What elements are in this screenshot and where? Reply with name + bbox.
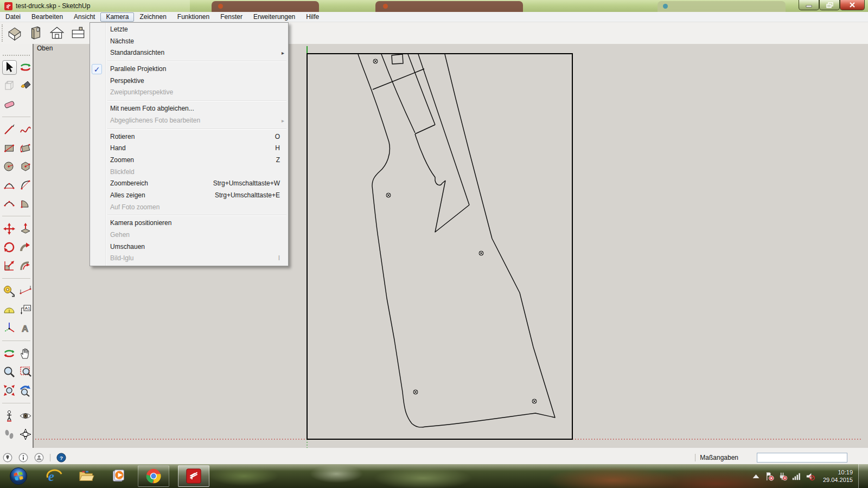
camera-menu-item-auf-foto-zoomen: Auf Foto zoomen [90, 202, 288, 214]
top-view-icon[interactable] [69, 24, 87, 42]
camera-menu-item-nächste[interactable]: Nächste [90, 36, 288, 48]
arc-2pt-tool[interactable] [2, 178, 17, 192]
camera-menu-item-zoombereich[interactable]: ZoombereichStrg+Umschalttaste+W [90, 178, 288, 190]
stock-outline [358, 54, 555, 427]
freehand-tool[interactable] [18, 123, 33, 137]
camera-menu-item-standardansichten[interactable]: Standardansichten▸ [90, 47, 288, 59]
power-icon[interactable] [778, 471, 788, 481]
arc-tool[interactable] [18, 178, 33, 192]
menu-funktionen[interactable]: Funktionen [172, 12, 215, 22]
protractor-tool[interactable] [2, 303, 17, 317]
show-desktop-button[interactable] [858, 464, 868, 488]
measurements-input[interactable] [757, 453, 847, 463]
camera-menu-item-abgeglichenes-foto-bearbeiten: Abgeglichenes Foto bearbeiten▸ [90, 115, 288, 127]
text-tool[interactable]: A1 [18, 303, 33, 317]
menu-separator [107, 215, 286, 216]
camera-menu-item-rotieren[interactable]: RotierenO [90, 131, 288, 143]
axes-tool[interactable] [2, 321, 17, 336]
measurements-label: Maßangaben [700, 454, 738, 461]
taskbar-windows-explorer[interactable] [76, 465, 98, 487]
menu-fenster[interactable]: Fenster [215, 12, 248, 22]
menu-kamera[interactable]: Kamera [100, 12, 134, 22]
menu-item-label: Parallele Projektion [110, 63, 288, 75]
menu-erweiterungen[interactable]: Erweiterungen [248, 12, 301, 22]
palette-drag-handle[interactable] [3, 55, 30, 56]
credits-icon[interactable] [18, 453, 28, 463]
taskbar-start[interactable] [8, 465, 29, 487]
volume-muted-icon[interactable] [805, 471, 815, 481]
camera-menu-item-mit-neuem-foto-abgleichen[interactable]: Mit neuem Foto abgleichen... [90, 103, 288, 115]
menu-item-label: Bild-Iglu [110, 253, 278, 265]
dimension-tool[interactable] [18, 284, 33, 299]
move-tool[interactable] [2, 222, 17, 236]
walk-tool[interactable] [2, 427, 17, 442]
camera-menu-item-perspektive[interactable]: Perspektive [90, 75, 288, 87]
select-tool[interactable] [2, 60, 17, 75]
eraser-tool[interactable] [2, 97, 17, 112]
position-camera-tool[interactable] [2, 409, 17, 423]
look-around-tool[interactable] [18, 409, 33, 423]
screw-marker [386, 193, 391, 197]
geolocation-icon[interactable] [3, 453, 12, 463]
camera-menu-item-letzte[interactable]: Letzte [90, 24, 288, 36]
tape-measure-tool[interactable] [2, 284, 17, 299]
line-tool[interactable] [2, 123, 17, 137]
follow-me-tool[interactable] [18, 240, 33, 255]
menu-item-label: Rotieren [110, 131, 275, 143]
polygon-tool[interactable] [18, 159, 33, 174]
push-pull-tool[interactable] [18, 222, 33, 236]
action-center-icon[interactable] [764, 471, 775, 481]
previous-view-tool[interactable] [18, 383, 33, 398]
clock[interactable]: 10:19 29.04.2015 [823, 468, 853, 484]
camera-menu-item-zoomen[interactable]: ZoomenZ [90, 155, 288, 166]
rotated-rectangle-tool[interactable] [18, 141, 33, 156]
menu-item-shortcut: Strg+Umschalttaste+W [213, 178, 288, 190]
box-view-icon[interactable] [27, 24, 45, 42]
scale-tool[interactable] [2, 259, 17, 273]
menu-zeichnen[interactable]: Zeichnen [134, 12, 171, 22]
menu-ansicht[interactable]: Ansicht [68, 12, 100, 22]
orbit-tool[interactable] [18, 60, 33, 75]
restore-button[interactable] [819, 0, 840, 10]
minimize-button[interactable] [799, 0, 819, 10]
restore-icon [826, 2, 833, 8]
arc-3pt-tool[interactable] [2, 196, 17, 211]
pie-tool[interactable] [18, 196, 33, 211]
sketchup-logo-icon [4, 2, 12, 10]
camera-menu-item-alles-zeigen[interactable]: Alles zeigenStrg+Umschalttaste+E [90, 190, 288, 202]
taskbar-chrome[interactable] [138, 465, 169, 487]
rectangle-tool[interactable] [2, 141, 17, 156]
close-button[interactable] [840, 0, 865, 10]
status-separator [50, 454, 50, 461]
network-icon[interactable] [792, 471, 802, 481]
paint-bucket-tool[interactable] [18, 79, 33, 93]
taskbar-media-player[interactable] [107, 465, 129, 487]
orbit-2-tool[interactable] [2, 346, 17, 361]
menu-datei[interactable]: Datei [0, 12, 26, 22]
menu-hilfe[interactable]: Hilfe [301, 12, 324, 22]
camera-menu-item-hand[interactable]: HandH [90, 143, 288, 155]
front-view-icon[interactable] [48, 24, 66, 42]
taskbar-internet-explorer[interactable]: e [43, 465, 65, 487]
sign-in-icon[interactable] [34, 453, 44, 463]
rotate-tool[interactable] [2, 240, 17, 255]
3d-text-tool[interactable]: A [18, 321, 33, 336]
camera-menu-item-gehen: Gehen [90, 229, 288, 241]
offset-tool[interactable] [18, 259, 33, 273]
circle-tool[interactable] [2, 159, 17, 174]
menu-bearbeiten[interactable]: Bearbeiten [26, 12, 68, 22]
taskbar-sketchup[interactable] [178, 465, 209, 487]
pan-tool[interactable] [18, 346, 33, 361]
navigation-tool[interactable] [18, 427, 33, 442]
camera-menu-item-parallele-projektion[interactable]: ✓Parallele Projektion [90, 63, 288, 75]
zoom-tool[interactable] [2, 365, 17, 380]
iso-view-icon[interactable] [5, 24, 24, 42]
hidden-icons-icon[interactable] [751, 471, 761, 481]
zoom-extents-tool[interactable] [2, 383, 17, 398]
toolbar-drag-handle[interactable] [2, 24, 3, 42]
component-tool[interactable] [2, 79, 17, 93]
camera-menu-item-kamera-positionieren[interactable]: Kamera positionieren [90, 217, 288, 229]
help-icon[interactable]: ? [56, 453, 66, 463]
zoom-window-tool[interactable] [18, 365, 33, 380]
camera-menu-item-umschauen[interactable]: Umschauen [90, 241, 288, 253]
